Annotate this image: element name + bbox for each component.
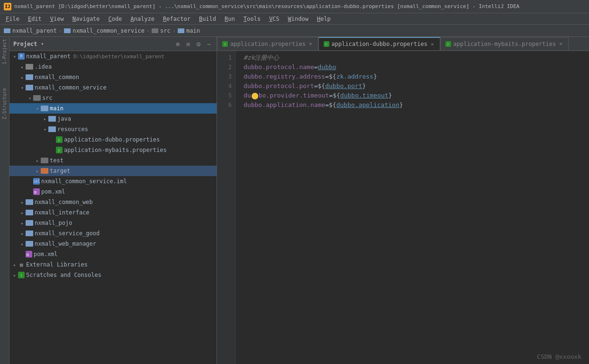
menu-tools[interactable]: Tools	[240, 15, 264, 23]
menu-navigate[interactable]: Navigate	[69, 15, 104, 23]
tab3-label: application-mybaits.properties	[453, 41, 556, 47]
tree-label-nxmall-service-good: nxmall_service_good	[35, 230, 100, 237]
key-provider-prefix: du	[244, 92, 251, 99]
tab-application-mybaits-properties[interactable]: p application-mybaits.properties ×	[440, 37, 569, 50]
line-num-4: 4	[217, 81, 232, 91]
tree-item-test[interactable]: test	[9, 155, 217, 166]
menu-vcs[interactable]: VCS	[265, 15, 283, 23]
tree-item-nxmall-web-manager[interactable]: nxmall_web_manager	[9, 239, 217, 249]
tree-item-iml[interactable]: iml nxmall_common_service.iml	[9, 176, 217, 186]
breadcrumb-nxmall-parent[interactable]: nxmall_parent	[12, 27, 57, 34]
arrow-nxmall-pojo	[19, 220, 26, 226]
breadcrumb-main[interactable]: main	[178, 27, 200, 34]
tree-label-nxmall-common-web: nxmall_common_web	[35, 199, 93, 205]
tree-item-nxmall-service-good[interactable]: nxmall_service_good	[9, 228, 217, 239]
menu-bar: File Edit View Navigate Code Analyze Ref…	[0, 13, 589, 25]
tree-item-nxmall-parent[interactable]: M nxmall_parent D:\idgod\better\nxmall_p…	[9, 51, 217, 62]
menu-build[interactable]: Build	[195, 15, 220, 23]
tree-item-main[interactable]: main	[9, 103, 217, 114]
code-line-5: dubo.provider.timeout=${dubbo.timeout}	[244, 91, 589, 100]
tab3-close[interactable]: ×	[558, 40, 563, 47]
target-folder-icon	[41, 168, 48, 174]
menu-edit[interactable]: Edit	[24, 15, 45, 23]
tab-application-dubbo-properties[interactable]: p application-dubbo.properties ×	[318, 37, 440, 50]
breadcrumb-src-label[interactable]: src	[160, 27, 171, 34]
tree-label-pom-service: pom.xml	[41, 188, 65, 195]
key-registry-address: dubbo.registry.address	[244, 73, 325, 80]
code-content[interactable]: #zk注册中心 dubbo.protocol.name=dubbo dubbo.…	[236, 51, 589, 364]
tree-item-pom-root[interactable]: m pom.xml	[9, 249, 217, 259]
app-icon: IJ	[4, 3, 11, 10]
placeholder-dubbo-port: dubbo.port	[325, 82, 362, 89]
breadcrumb-src[interactable]: src	[152, 27, 171, 34]
line-numbers: 1 2 3 4 5 6	[217, 51, 236, 364]
interface-folder-icon	[26, 210, 33, 215]
menu-analyze[interactable]: Analyze	[127, 15, 159, 23]
locate-icon[interactable]: ⊕	[174, 40, 181, 48]
menu-file[interactable]: File	[2, 15, 23, 23]
line-num-2: 2	[217, 62, 232, 72]
arrow-test	[34, 157, 41, 164]
menu-refactor[interactable]: Refactor	[159, 15, 194, 23]
main-folder-icon-tree	[41, 106, 48, 111]
tab-bar: p application.properties × p application…	[217, 37, 589, 51]
common-web-folder-icon	[26, 199, 33, 205]
structure-side-label[interactable]: Z-Structure	[2, 88, 7, 119]
breadcrumb-common-service[interactable]: nxmall_common_service	[72, 27, 145, 34]
settings-icon[interactable]: ⚙	[195, 40, 202, 48]
menu-code[interactable]: Code	[105, 15, 126, 23]
tree-item-target[interactable]: target	[9, 166, 217, 176]
tab1-close[interactable]: ×	[308, 40, 313, 47]
tree-item-java[interactable]: java	[9, 114, 217, 124]
tree-item-nxmall-pojo[interactable]: nxmall_pojo	[9, 218, 217, 228]
tree-label-java: java	[57, 115, 71, 122]
project-panel: Project ▾ ⊕ ≡ ⚙ − M nxmall_parent D:\idg…	[9, 37, 217, 364]
tab2-icon: p	[324, 41, 329, 47]
project-side-label[interactable]: 1-Project	[2, 39, 7, 64]
tree-item-nxmall-common-service[interactable]: nxmall_common_service	[9, 82, 217, 93]
tree-item-app-dubbo[interactable]: p application-dubbo.properties	[9, 134, 217, 145]
code-line-3: dubbo.registry.address=${zk.address}	[244, 72, 589, 81]
tab-application-properties[interactable]: p application.properties ×	[217, 37, 318, 50]
tree-label-app-mybaits: application-mybaits.properties	[64, 147, 167, 153]
breadcrumb-main-label[interactable]: main	[186, 27, 200, 34]
project-caret[interactable]: ▾	[41, 41, 44, 46]
tree-item-nxmall-common[interactable]: nxmall_common	[9, 72, 217, 82]
collapse-icon[interactable]: ≡	[184, 40, 192, 48]
menu-view[interactable]: View	[46, 15, 68, 23]
test-folder-icon	[41, 158, 48, 163]
placeholder-dubbo-application: dubbo.application	[336, 101, 399, 108]
line-num-3: 3	[217, 72, 232, 81]
minimize-icon[interactable]: −	[205, 40, 213, 48]
ext-libs-icon: ▦	[18, 262, 25, 268]
arrow-ext-libs	[11, 261, 18, 268]
breadcrumb-module[interactable]: nxmall_parent	[4, 27, 57, 34]
arrow-nxmall-common	[19, 74, 26, 80]
menu-window[interactable]: Window	[284, 15, 312, 23]
tree-label-nxmall-pojo: nxmall_pojo	[35, 220, 72, 226]
tree-item-idea[interactable]: .idea	[9, 62, 217, 72]
tree-item-src[interactable]: src	[9, 93, 217, 103]
tree-item-app-mybaits[interactable]: p application-mybaits.properties	[9, 145, 217, 155]
scratch-icon: s	[18, 272, 25, 278]
main-layout: 1-Project Z-Structure Project ▾ ⊕ ≡ ⚙ − …	[0, 37, 589, 364]
menu-help[interactable]: Help	[313, 15, 335, 23]
tab2-label: application-dubbo.properties	[332, 41, 427, 47]
tree-item-nxmall-interface[interactable]: nxmall_interface	[9, 207, 217, 218]
tab2-close[interactable]: ×	[430, 41, 435, 48]
idea-folder-icon	[26, 64, 33, 70]
arrow-nxmall-web-manager	[19, 240, 26, 247]
arrow-src	[27, 95, 33, 101]
tree-item-scratches[interactable]: s Scratches and Consoles	[9, 270, 217, 280]
arrow-main	[34, 105, 41, 112]
project-tree: M nxmall_parent D:\idgod\better\nxmall_p…	[9, 51, 217, 364]
tree-item-pom-service[interactable]: m pom.xml	[9, 186, 217, 197]
tree-item-resources[interactable]: resources	[9, 124, 217, 134]
menu-run[interactable]: Run	[221, 15, 239, 23]
web-manager-folder-icon	[26, 241, 33, 247]
breadcrumb-service[interactable]: nxmall_common_service	[64, 27, 145, 34]
tree-label-resources: resources	[57, 126, 88, 133]
tree-item-ext-libs[interactable]: ▦ External Libraries	[9, 259, 217, 270]
tree-item-nxmall-common-web[interactable]: nxmall_common_web	[9, 197, 217, 207]
pojo-folder-icon	[26, 220, 33, 226]
